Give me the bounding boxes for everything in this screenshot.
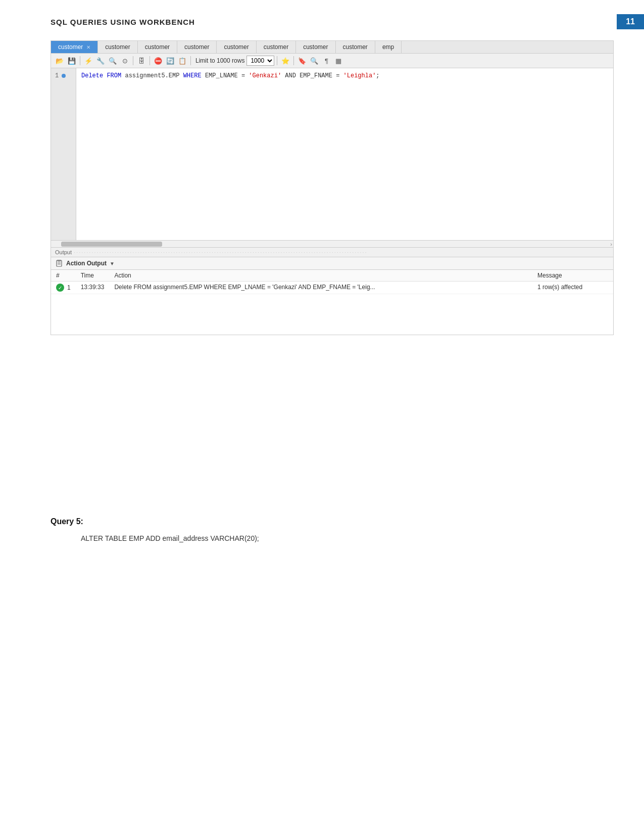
stop-btn[interactable]: ⛔ — [153, 55, 164, 66]
row-message: 1 row(s) affected — [532, 282, 613, 294]
separator-1 — [80, 56, 80, 65]
table-row: ✓ 1 13:39:33 Delete FROM assignment5.EMP… — [51, 282, 613, 294]
sql-keyword-from: FROM — [107, 72, 125, 79]
tab-customer-2[interactable]: customer — [98, 41, 137, 53]
execute-btn[interactable]: ⚡ — [83, 55, 94, 66]
search-btn[interactable]: 🔍 — [107, 55, 118, 66]
output-area: Output ·································… — [51, 247, 613, 335]
sql-string-genkazi: 'Genkazi' — [249, 72, 281, 79]
tab-label-2: customer — [105, 43, 130, 51]
query-section: Query 5: ALTER TABLE EMP ADD email_addre… — [51, 517, 614, 542]
output-dots-decoration: ········································… — [74, 249, 609, 255]
line-numbers: 1 — [51, 68, 76, 240]
open-file-btn[interactable]: 📂 — [54, 55, 65, 66]
scrollbar-thumb[interactable] — [61, 242, 162, 247]
execute-current-btn[interactable]: 🔧 — [95, 55, 106, 66]
line-indicator — [62, 74, 66, 78]
tab-emp[interactable]: emp — [375, 41, 402, 53]
row-time: 13:39:33 — [76, 282, 110, 294]
query-5-code: ALTER TABLE EMP ADD email_address VARCHA… — [81, 534, 614, 542]
output-tab-dropdown-icon[interactable]: ▼ — [110, 261, 115, 266]
sql-keyword-delete: Delete — [81, 72, 107, 79]
col-action: Action — [109, 270, 532, 282]
tab-label-7: customer — [303, 43, 328, 51]
tab-customer-6[interactable]: customer — [257, 41, 296, 53]
output-tab-label[interactable]: Action Output — [66, 260, 107, 267]
separator-4 — [190, 56, 191, 65]
output-empty-space — [51, 294, 613, 335]
tab-label-4: customer — [184, 43, 209, 51]
limit-dropdown: Limit to 1000 rows 1000 500 200 — [195, 56, 274, 66]
save-btn[interactable]: 💾 — [66, 55, 77, 66]
col-message: Message — [532, 270, 613, 282]
limit-select[interactable]: 1000 500 200 — [246, 56, 274, 66]
toolbar: 📂 💾 ⚡ 🔧 🔍 ⊙ 🗄 ⛔ 🔄 📋 Limit to 1000 rows 1… — [51, 54, 613, 68]
row-num: 1 — [67, 284, 71, 291]
tab-label-5: customer — [224, 43, 249, 51]
query-5-label: Query 5: — [51, 517, 614, 526]
sql-condition-1-col: EMP_LNAME = — [205, 72, 249, 79]
sql-editor: 1 Delete FROM assignment5.EMP WHERE EMP_… — [51, 68, 613, 240]
tab-customer-4[interactable]: customer — [177, 41, 217, 53]
grid-btn[interactable]: ▦ — [333, 55, 344, 66]
sql-condition-2-col: EMP_FNAME = — [300, 72, 343, 79]
tab-label: customer — [58, 43, 83, 51]
limit-label: Limit to 1000 rows — [195, 57, 244, 64]
tab-customer-3[interactable]: customer — [138, 41, 177, 53]
zoom-btn[interactable]: 🔍 — [309, 55, 320, 66]
star-btn[interactable]: ⭐ — [280, 55, 291, 66]
separator-3 — [150, 56, 150, 65]
refresh-btn[interactable]: 🔄 — [165, 55, 176, 66]
tab-close-icon[interactable]: ✕ — [86, 44, 90, 50]
sql-keyword-where: WHERE — [183, 72, 205, 79]
line-number-1: 1 — [55, 71, 72, 80]
tab-customer-active[interactable]: customer ✕ — [51, 41, 98, 53]
indent-btn[interactable]: ¶ — [321, 55, 332, 66]
export-btn[interactable]: 📋 — [177, 55, 188, 66]
output-table-header-row: # Time Action Message — [51, 270, 613, 282]
separator-6 — [293, 56, 294, 65]
line-num-text: 1 — [55, 71, 59, 80]
tab-customer-7[interactable]: customer — [296, 41, 335, 53]
sql-table-ref: assignment5.EMP — [125, 72, 183, 79]
tab-customer-5[interactable]: customer — [217, 41, 256, 53]
sql-and: AND — [281, 72, 300, 79]
content-area: customer ✕ customer customer customer cu… — [51, 40, 614, 542]
svg-rect-1 — [58, 260, 61, 261]
action-output-icon — [55, 259, 63, 267]
output-label-bar: Output ·································… — [51, 248, 613, 257]
output-label: Output — [55, 249, 72, 255]
horizontal-scrollbar[interactable]: › — [51, 240, 613, 247]
tab-customer-8[interactable]: customer — [336, 41, 375, 53]
sql-string-leighla: 'Leighla' — [343, 72, 376, 79]
sql-code-area[interactable]: Delete FROM assignment5.EMP WHERE EMP_LN… — [76, 68, 613, 240]
row-action: Delete FROM assignment5.EMP WHERE EMP_LN… — [109, 282, 532, 294]
separator-5 — [277, 56, 277, 65]
tab-bar: customer ✕ customer customer customer cu… — [51, 41, 613, 54]
output-table: # Time Action Message ✓ 1 — [51, 270, 613, 294]
tab-label-emp: emp — [382, 43, 394, 51]
tab-label-3: customer — [145, 43, 170, 51]
workbench-container: customer ✕ customer customer customer cu… — [51, 40, 614, 335]
row-status-cell: ✓ 1 — [51, 282, 76, 294]
db-btn[interactable]: 🗄 — [136, 55, 147, 66]
success-icon: ✓ — [56, 284, 64, 292]
scroll-right-icon[interactable]: › — [610, 241, 612, 247]
circle-btn[interactable]: ⊙ — [119, 55, 130, 66]
sql-semicolon: ; — [376, 72, 379, 79]
page-number-badge: 11 — [617, 14, 644, 29]
col-hash: # — [51, 270, 76, 282]
separator-2 — [133, 56, 133, 65]
output-tab-bar: Action Output ▼ — [51, 257, 613, 270]
tab-label-6: customer — [264, 43, 288, 51]
page-title: SQL QUERIES USING WORKBENCH — [51, 18, 195, 26]
col-time: Time — [76, 270, 110, 282]
bookmark-btn[interactable]: 🔖 — [296, 55, 308, 66]
tab-label-8: customer — [343, 43, 368, 51]
